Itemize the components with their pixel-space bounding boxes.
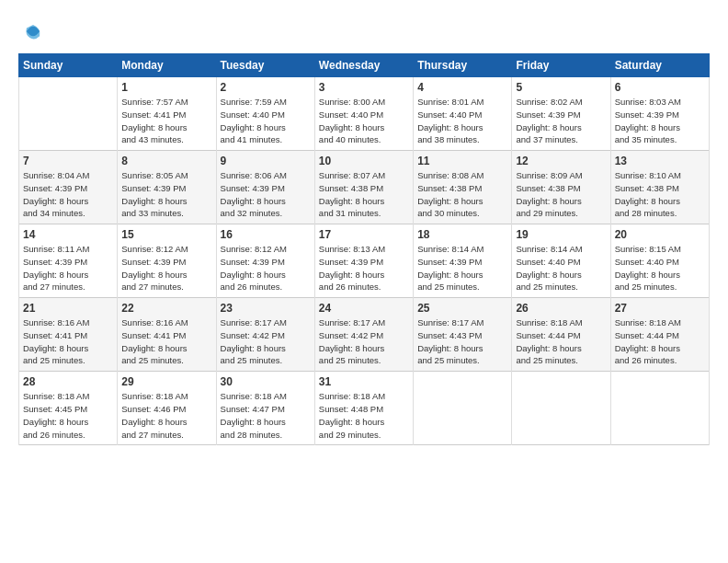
calendar-cell: 15Sunrise: 8:12 AM Sunset: 4:39 PM Dayli…	[118, 224, 216, 298]
day-info: Sunrise: 7:59 AM Sunset: 4:40 PM Dayligh…	[221, 96, 311, 146]
day-info: Sunrise: 8:18 AM Sunset: 4:46 PM Dayligh…	[121, 390, 211, 441]
calendar-cell: 23Sunrise: 8:17 AM Sunset: 4:42 PM Dayli…	[216, 298, 314, 372]
day-number: 2	[221, 81, 311, 94]
day-number: 12	[516, 155, 606, 167]
day-number: 14	[23, 228, 113, 241]
calendar-cell: 22Sunrise: 8:16 AM Sunset: 4:41 PM Dayli…	[118, 298, 216, 372]
calendar-cell: 28Sunrise: 8:18 AM Sunset: 4:45 PM Dayli…	[19, 372, 118, 445]
calendar-cell: 4Sunrise: 8:01 AM Sunset: 4:40 PM Daylig…	[414, 77, 512, 151]
day-info: Sunrise: 8:14 AM Sunset: 4:40 PM Dayligh…	[516, 243, 606, 293]
calendar-cell: 30Sunrise: 8:18 AM Sunset: 4:47 PM Dayli…	[216, 372, 314, 445]
day-info: Sunrise: 8:12 AM Sunset: 4:39 PM Dayligh…	[221, 243, 311, 293]
calendar-cell: 11Sunrise: 8:08 AM Sunset: 4:38 PM Dayli…	[414, 151, 512, 224]
calendar-cell	[19, 77, 118, 151]
week-row-5: 28Sunrise: 8:18 AM Sunset: 4:45 PM Dayli…	[19, 372, 710, 445]
logo	[18, 17, 53, 46]
calendar-cell: 8Sunrise: 8:05 AM Sunset: 4:39 PM Daylig…	[118, 151, 216, 224]
day-number: 31	[319, 375, 409, 388]
day-number: 4	[417, 81, 507, 94]
day-info: Sunrise: 8:17 AM Sunset: 4:42 PM Dayligh…	[319, 316, 409, 367]
day-info: Sunrise: 8:12 AM Sunset: 4:39 PM Dayligh…	[121, 243, 211, 293]
calendar-cell: 26Sunrise: 8:18 AM Sunset: 4:44 PM Dayli…	[512, 298, 610, 372]
day-info: Sunrise: 8:16 AM Sunset: 4:41 PM Dayligh…	[23, 316, 113, 367]
day-number: 9	[221, 155, 311, 167]
day-number: 25	[417, 302, 507, 315]
day-info: Sunrise: 8:08 AM Sunset: 4:38 PM Dayligh…	[417, 169, 507, 220]
day-info: Sunrise: 8:17 AM Sunset: 4:43 PM Dayligh…	[417, 316, 507, 367]
day-number: 8	[121, 155, 211, 167]
day-info: Sunrise: 8:15 AM Sunset: 4:40 PM Dayligh…	[615, 243, 705, 293]
day-number: 28	[23, 375, 113, 388]
day-number: 6	[615, 81, 705, 94]
day-number: 3	[319, 81, 409, 94]
week-row-4: 21Sunrise: 8:16 AM Sunset: 4:41 PM Dayli…	[19, 298, 710, 372]
calendar-cell: 2Sunrise: 7:59 AM Sunset: 4:40 PM Daylig…	[216, 77, 314, 151]
calendar-cell: 7Sunrise: 8:04 AM Sunset: 4:39 PM Daylig…	[19, 151, 118, 224]
day-info: Sunrise: 8:09 AM Sunset: 4:38 PM Dayligh…	[516, 169, 606, 220]
day-info: Sunrise: 8:16 AM Sunset: 4:41 PM Dayligh…	[121, 316, 211, 367]
page: SundayMondayTuesdayWednesdayThursdayFrid…	[0, 0, 728, 563]
calendar-cell: 17Sunrise: 8:13 AM Sunset: 4:39 PM Dayli…	[314, 224, 413, 298]
calendar-cell	[610, 372, 709, 445]
day-number: 24	[319, 302, 409, 315]
calendar-cell: 6Sunrise: 8:03 AM Sunset: 4:39 PM Daylig…	[610, 77, 709, 151]
day-info: Sunrise: 8:18 AM Sunset: 4:45 PM Dayligh…	[23, 390, 113, 441]
calendar-cell: 29Sunrise: 8:18 AM Sunset: 4:46 PM Dayli…	[118, 372, 216, 445]
calendar-cell: 13Sunrise: 8:10 AM Sunset: 4:38 PM Dayli…	[610, 151, 709, 224]
calendar-cell: 24Sunrise: 8:17 AM Sunset: 4:42 PM Dayli…	[314, 298, 413, 372]
day-number: 15	[121, 228, 211, 241]
header-friday: Friday	[512, 54, 610, 77]
day-number: 22	[121, 302, 211, 315]
week-row-1: 1Sunrise: 7:57 AM Sunset: 4:41 PM Daylig…	[19, 77, 710, 151]
day-info: Sunrise: 8:06 AM Sunset: 4:39 PM Dayligh…	[221, 169, 311, 220]
day-number: 7	[23, 155, 113, 167]
day-number: 26	[516, 302, 606, 315]
day-number: 29	[121, 375, 211, 388]
day-info: Sunrise: 8:04 AM Sunset: 4:39 PM Dayligh…	[23, 169, 113, 220]
calendar-table: SundayMondayTuesdayWednesdayThursdayFrid…	[18, 53, 710, 445]
day-info: Sunrise: 8:18 AM Sunset: 4:47 PM Dayligh…	[221, 390, 311, 441]
calendar-cell: 25Sunrise: 8:17 AM Sunset: 4:43 PM Dayli…	[414, 298, 512, 372]
day-number: 11	[417, 155, 507, 167]
day-number: 10	[319, 155, 409, 167]
day-number: 27	[615, 302, 705, 315]
day-info: Sunrise: 8:00 AM Sunset: 4:40 PM Dayligh…	[319, 96, 409, 146]
calendar-cell	[414, 372, 512, 445]
day-info: Sunrise: 8:10 AM Sunset: 4:38 PM Dayligh…	[615, 169, 705, 220]
week-row-2: 7Sunrise: 8:04 AM Sunset: 4:39 PM Daylig…	[19, 151, 710, 224]
calendar-cell: 31Sunrise: 8:18 AM Sunset: 4:48 PM Dayli…	[314, 372, 413, 445]
calendar-cell: 14Sunrise: 8:11 AM Sunset: 4:39 PM Dayli…	[19, 224, 118, 298]
day-number: 30	[221, 375, 311, 388]
header-sunday: Sunday	[19, 54, 118, 77]
day-number: 16	[221, 228, 311, 241]
header-monday: Monday	[118, 54, 216, 77]
day-info: Sunrise: 8:07 AM Sunset: 4:38 PM Dayligh…	[319, 169, 409, 220]
calendar-cell: 3Sunrise: 8:00 AM Sunset: 4:40 PM Daylig…	[314, 77, 413, 151]
day-info: Sunrise: 8:14 AM Sunset: 4:39 PM Dayligh…	[417, 243, 507, 293]
header-row: SundayMondayTuesdayWednesdayThursdayFrid…	[19, 54, 710, 77]
calendar-cell: 18Sunrise: 8:14 AM Sunset: 4:39 PM Dayli…	[414, 224, 512, 298]
calendar-cell: 12Sunrise: 8:09 AM Sunset: 4:38 PM Dayli…	[512, 151, 610, 224]
day-info: Sunrise: 8:03 AM Sunset: 4:39 PM Dayligh…	[615, 96, 705, 146]
day-number: 1	[121, 81, 211, 94]
day-number: 5	[516, 81, 606, 94]
day-number: 21	[23, 302, 113, 315]
header-wednesday: Wednesday	[314, 54, 413, 77]
header	[18, 17, 710, 46]
calendar-cell: 27Sunrise: 8:18 AM Sunset: 4:44 PM Dayli…	[610, 298, 709, 372]
calendar-cell: 1Sunrise: 7:57 AM Sunset: 4:41 PM Daylig…	[118, 77, 216, 151]
day-info: Sunrise: 7:57 AM Sunset: 4:41 PM Dayligh…	[121, 96, 211, 146]
calendar-cell	[512, 372, 610, 445]
day-number: 18	[417, 228, 507, 241]
day-info: Sunrise: 8:18 AM Sunset: 4:48 PM Dayligh…	[319, 390, 409, 441]
day-number: 23	[221, 302, 311, 315]
logo-icon	[18, 17, 48, 46]
day-info: Sunrise: 8:18 AM Sunset: 4:44 PM Dayligh…	[615, 316, 705, 367]
calendar-cell: 10Sunrise: 8:07 AM Sunset: 4:38 PM Dayli…	[314, 151, 413, 224]
calendar-cell: 5Sunrise: 8:02 AM Sunset: 4:39 PM Daylig…	[512, 77, 610, 151]
day-info: Sunrise: 8:11 AM Sunset: 4:39 PM Dayligh…	[23, 243, 113, 293]
day-number: 19	[516, 228, 606, 241]
day-number: 17	[319, 228, 409, 241]
day-number: 13	[615, 155, 705, 167]
day-info: Sunrise: 8:02 AM Sunset: 4:39 PM Dayligh…	[516, 96, 606, 146]
